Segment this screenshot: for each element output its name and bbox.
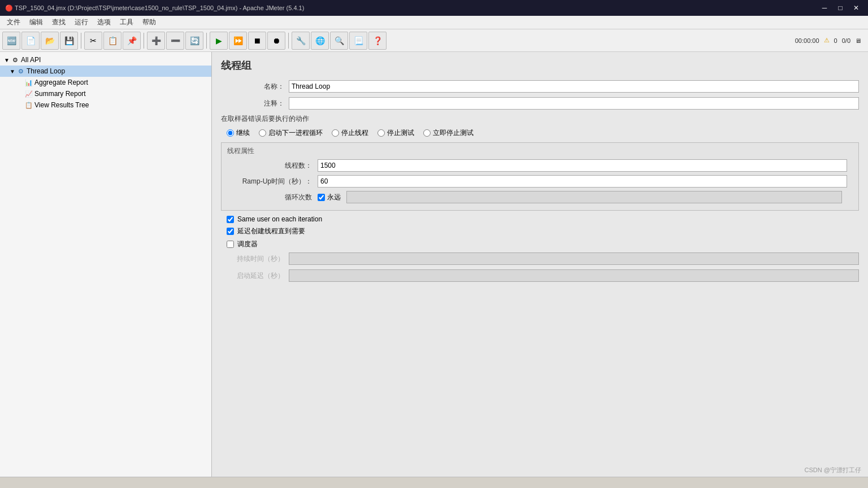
menu-find[interactable]: 查找 bbox=[47, 16, 70, 28]
menu-run[interactable]: 运行 bbox=[70, 16, 93, 28]
radio-continue[interactable]: 继续 bbox=[227, 128, 250, 138]
save-button[interactable]: 💾 bbox=[60, 32, 78, 50]
remote-icon: 🖥 bbox=[855, 37, 861, 44]
expand-icon-view-results bbox=[17, 102, 24, 108]
toolbar-info: 00:00:00 ⚠ 0 0/0 🖥 bbox=[795, 37, 866, 44]
paste-button[interactable]: 📌 bbox=[123, 32, 141, 50]
radio-stop-test[interactable]: 停止测试 bbox=[377, 128, 414, 138]
same-user-checkbox[interactable] bbox=[227, 216, 234, 223]
separator-1 bbox=[81, 33, 81, 49]
scheduler-label: 调度器 bbox=[237, 239, 258, 249]
help-button[interactable]: ❓ bbox=[368, 32, 387, 50]
search-button[interactable]: 🔍 bbox=[330, 32, 348, 50]
loop-forever-label: 永远 bbox=[327, 193, 341, 202]
error-display: 0/0 bbox=[842, 37, 850, 44]
main-layout: ▼ ⚙ All API ▼ ⚙ Thread Loop 📊 Aggregate … bbox=[0, 52, 868, 477]
menu-file[interactable]: 文件 bbox=[2, 16, 25, 28]
separator-3 bbox=[206, 33, 207, 49]
tree-item-view-results-tree[interactable]: 📋 View Results Tree bbox=[0, 99, 211, 111]
expand-icon-root[interactable]: ▼ bbox=[3, 56, 10, 63]
radio-stop-now-label: 立即停止测试 bbox=[433, 128, 474, 138]
warning-count: 0 bbox=[834, 37, 837, 44]
comment-label: 注释： bbox=[221, 99, 289, 108]
cut-button[interactable]: ✂ bbox=[84, 32, 102, 50]
loop-forever-checkbox-container[interactable]: 永远 bbox=[318, 193, 341, 202]
expand-icon-thread-loop[interactable]: ▼ bbox=[9, 68, 16, 75]
expand-icon-summary bbox=[17, 90, 24, 97]
startup-delay-label: 启动延迟（秒） bbox=[221, 271, 289, 281]
delay-create-checkbox[interactable] bbox=[227, 228, 234, 235]
close-button[interactable]: ✕ bbox=[849, 2, 863, 14]
root-label: All API bbox=[21, 56, 41, 64]
radio-stop-test-input[interactable] bbox=[377, 129, 385, 137]
aggregate-report-icon: 📊 bbox=[24, 78, 33, 87]
title-bar: 🔴 TSP_1500_04.jmx (D:\Project\TSP\jmeter… bbox=[0, 0, 868, 16]
radio-stop-thread-input[interactable] bbox=[332, 129, 339, 137]
clear-button[interactable]: 🔄 bbox=[185, 32, 203, 50]
startup-delay-input[interactable] bbox=[289, 269, 859, 282]
aggregate-report-label: Aggregate Report bbox=[34, 79, 88, 86]
radio-stop-now[interactable]: 立即停止测试 bbox=[423, 128, 474, 138]
open-button[interactable]: 📂 bbox=[41, 32, 59, 50]
duration-row: 持续时间（秒） bbox=[221, 252, 859, 265]
thread-loop-label: Thread Loop bbox=[27, 67, 65, 75]
radio-continue-label: 继续 bbox=[236, 128, 250, 138]
test-plan-tree: ▼ ⚙ All API ▼ ⚙ Thread Loop 📊 Aggregate … bbox=[0, 52, 212, 477]
duration-input[interactable] bbox=[289, 252, 859, 265]
rampup-input[interactable] bbox=[318, 175, 847, 188]
scheduler-checkbox[interactable] bbox=[227, 241, 234, 248]
radio-stop-thread-label: 停止线程 bbox=[341, 128, 368, 138]
remote-button[interactable]: 🌐 bbox=[311, 32, 329, 50]
radio-next-loop-input[interactable] bbox=[259, 129, 266, 137]
loop-forever-checkbox[interactable] bbox=[318, 194, 325, 201]
thread-loop-icon: ⚙ bbox=[16, 67, 25, 76]
menu-options[interactable]: 选项 bbox=[93, 16, 115, 28]
radio-next-loop-label: 启动下一进程循环 bbox=[268, 128, 323, 138]
stop-button[interactable]: ⏹ bbox=[248, 32, 266, 50]
name-label: 名称： bbox=[221, 82, 289, 91]
window-title: TSP_1500_04.jmx (D:\Project\TSP\jmeter\c… bbox=[15, 5, 817, 11]
loop-count-row: 循环次数 永远 bbox=[227, 191, 853, 203]
menu-tools[interactable]: 工具 bbox=[115, 16, 138, 28]
toolbar: 🆕 📄 📂 💾 ✂ 📋 📌 ➕ ➖ 🔄 ▶ ⏩ ⏹ ⏺ 🔧 🌐 🔍 📃 ❓ 00… bbox=[0, 29, 868, 52]
delay-create-label: 延迟创建线程直到需要 bbox=[237, 226, 305, 236]
add-button[interactable]: ➕ bbox=[147, 32, 165, 50]
templates-button[interactable]: 📄 bbox=[21, 32, 40, 50]
thread-count-input[interactable] bbox=[318, 159, 847, 172]
thread-properties-section: 线程属性 线程数： Ramp-Up时间（秒）： 循环次数 永远 bbox=[221, 142, 859, 211]
script-button[interactable]: 🔧 bbox=[292, 32, 310, 50]
minimize-button[interactable]: ─ bbox=[817, 2, 832, 14]
tree-item-thread-loop[interactable]: ▼ ⚙ Thread Loop bbox=[0, 66, 211, 77]
radio-stop-now-input[interactable] bbox=[423, 129, 431, 137]
list-button[interactable]: 📃 bbox=[349, 32, 367, 50]
menu-edit[interactable]: 编辑 bbox=[25, 16, 47, 28]
warning-icon: ⚠ bbox=[824, 37, 830, 44]
separator-2 bbox=[144, 33, 144, 49]
action-radio-group: 继续 启动下一进程循环 停止线程 停止测试 立即停止测试 bbox=[227, 128, 859, 138]
tree-item-aggregate-report[interactable]: 📊 Aggregate Report bbox=[0, 77, 211, 88]
status-bar bbox=[0, 477, 868, 488]
loop-count-input[interactable] bbox=[346, 191, 842, 203]
shutdown-button[interactable]: ⏺ bbox=[267, 32, 285, 50]
expand-icon-aggregate bbox=[17, 79, 24, 86]
remove-button[interactable]: ➖ bbox=[166, 32, 184, 50]
name-input[interactable] bbox=[289, 80, 859, 93]
maximize-button[interactable]: □ bbox=[833, 2, 848, 14]
radio-stop-thread[interactable]: 停止线程 bbox=[332, 128, 368, 138]
thread-count-row: 线程数： bbox=[227, 159, 853, 172]
thread-count-label: 线程数： bbox=[227, 161, 318, 171]
radio-stop-test-label: 停止测试 bbox=[387, 128, 414, 138]
start-no-pause-button[interactable]: ⏩ bbox=[229, 32, 247, 50]
tree-item-summary-report[interactable]: 📈 Summary Report bbox=[0, 88, 211, 99]
tree-item-root[interactable]: ▼ ⚙ All API bbox=[0, 54, 211, 66]
copy-button[interactable]: 📋 bbox=[103, 32, 121, 50]
new-button[interactable]: 🆕 bbox=[2, 32, 20, 50]
delay-create-row: 延迟创建线程直到需要 bbox=[227, 226, 859, 236]
radio-continue-input[interactable] bbox=[227, 129, 234, 137]
window-controls: ─ □ ✕ bbox=[817, 2, 863, 14]
radio-next-loop[interactable]: 启动下一进程循环 bbox=[259, 128, 323, 138]
menu-help[interactable]: 帮助 bbox=[138, 16, 160, 28]
comment-input[interactable] bbox=[289, 97, 859, 110]
loop-count-label: 循环次数 bbox=[227, 193, 318, 202]
start-button[interactable]: ▶ bbox=[210, 32, 228, 50]
